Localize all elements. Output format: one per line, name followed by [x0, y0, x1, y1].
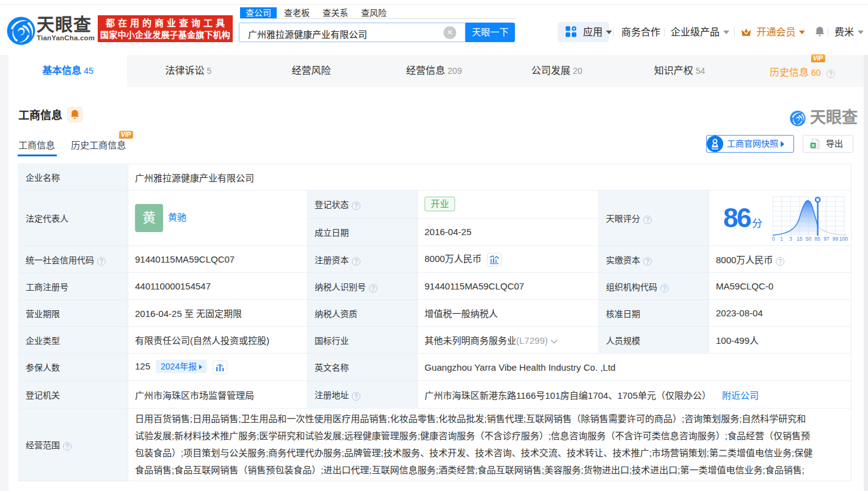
svg-text:0: 0 — [772, 236, 775, 242]
svg-text:50: 50 — [806, 236, 812, 242]
svg-text:85: 85 — [815, 236, 821, 242]
svg-text:99: 99 — [833, 236, 839, 242]
svg-text:3: 3 — [789, 236, 792, 242]
svg-text:100: 100 — [839, 236, 848, 242]
svg-text:1: 1 — [780, 236, 783, 242]
svg-text:15: 15 — [797, 236, 803, 242]
svg-text:97: 97 — [823, 236, 830, 242]
